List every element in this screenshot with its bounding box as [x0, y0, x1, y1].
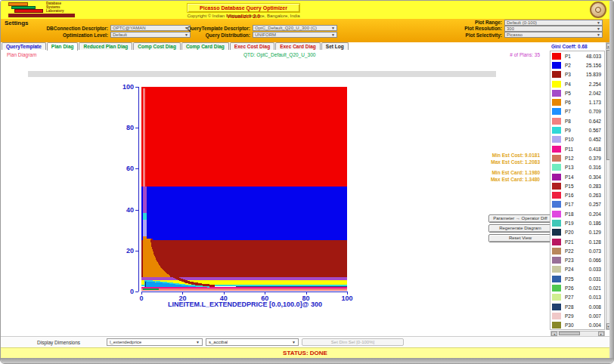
plan-list-item[interactable]: P52.042: [550, 88, 604, 97]
plan-list-item[interactable]: P280.008: [550, 302, 604, 311]
plan-region-P5[interactable]: [143, 187, 147, 213]
plan-color-swatch: [552, 127, 561, 134]
querydistribution-dropdown[interactable]: UNIFORM▼: [253, 32, 337, 38]
y-tick-label: 80: [119, 124, 134, 131]
plan-region-P11[interactable]: [141, 287, 347, 288]
plan-id: P1: [565, 54, 578, 59]
hscroll-thumb[interactable]: [559, 332, 580, 335]
plotresolution-dropdown[interactable]: 300▼: [504, 26, 603, 32]
plan-diagram-svg[interactable]: [141, 87, 347, 291]
tab-comp-card-diag[interactable]: Comp Card Diag: [181, 42, 229, 50]
plan-list-item[interactable]: P150.283: [550, 181, 604, 190]
plan-region-P10[interactable]: [143, 220, 147, 237]
plan-region-P8[interactable]: [143, 88, 145, 187]
plan-list-item[interactable]: P140.304: [550, 172, 604, 181]
plan-list-item[interactable]: P148.033: [550, 51, 604, 60]
plan-pct: 0.283: [578, 184, 604, 189]
plan-region-P26[interactable]: [143, 288, 158, 289]
querytemplate-dropdown[interactable]: OptC_Default_Q20_U_300 (C)▼: [253, 25, 337, 31]
tab-reduced-plan-diag[interactable]: Reduced Plan Diag: [79, 42, 132, 50]
plan-list-item[interactable]: P240.033: [550, 265, 604, 274]
est-cost-annotations: Min Est Cost: 9.0181 Max Est Cost: 1.208…: [457, 152, 540, 165]
dbconnection-field: DBConnection Descriptor: OPTC@YAMAN▼: [2, 25, 191, 31]
plan-pct: 0.452: [578, 137, 604, 142]
tab-plan-diag[interactable]: Plan Diag: [47, 42, 79, 51]
plan-id: P4: [565, 82, 578, 87]
gini-coeff-label: Gini Coeff: 0.68: [551, 44, 588, 49]
dimension-y-dropdown[interactable]: s_acctbal▼: [206, 338, 299, 346]
plan-region-P9[interactable]: [143, 213, 147, 219]
iisc-emblem-icon: [590, 2, 606, 18]
tab-comp-cost-diag[interactable]: Comp Cost Diag: [133, 42, 181, 50]
dimension-x-dropdown[interactable]: l_extendedprice▼: [107, 338, 203, 346]
plan-region-P2[interactable]: [141, 187, 347, 239]
status-bar: STATUS: DONE: [1, 347, 609, 358]
plan-list-item[interactable]: P160.263: [550, 190, 604, 199]
plan-list-item[interactable]: P180.204: [550, 209, 604, 218]
plan-list-item[interactable]: P100.452: [550, 135, 604, 144]
plan-list-item[interactable]: P170.257: [550, 200, 604, 209]
plan-color-swatch: [552, 201, 561, 208]
plan-pct: 0.257: [578, 202, 604, 207]
plan-id: P8: [565, 119, 578, 124]
plan-list-item[interactable]: P80.642: [550, 116, 604, 125]
y-tick: [135, 128, 138, 128]
plan-pct: 2.042: [578, 91, 604, 96]
set-dim-sel-button[interactable]: Set Dim Sel [0-100%]: [302, 338, 404, 346]
tab-exec-card-diag[interactable]: Exec Card Diag: [275, 42, 321, 50]
y-tick-label: 60: [119, 165, 134, 172]
optimization-dropdown[interactable]: Default▼: [110, 32, 191, 38]
plan-list-item[interactable]: P42.254: [550, 79, 604, 88]
plan-list-item[interactable]: P315.839: [550, 70, 604, 79]
plan-id: P28: [565, 304, 578, 310]
dbconnection-label: DBConnection Descriptor:: [2, 26, 110, 31]
plan-list-item[interactable]: P120.379: [550, 153, 604, 162]
plan-list-item[interactable]: P230.066: [550, 256, 604, 265]
plan-list-item[interactable]: P260.021: [550, 283, 604, 292]
plotselectivity-dropdown[interactable]: Picasso▼: [504, 32, 603, 38]
plan-list-item[interactable]: P110.418: [550, 144, 604, 153]
app-window: Database Systems Laboratory Picasso Data…: [0, 0, 614, 364]
tab-set-log[interactable]: Set Log: [321, 42, 349, 50]
plan-id: P23: [565, 258, 578, 263]
plan-region-P8[interactable]: [141, 288, 347, 291]
tab-exec-cost-diag[interactable]: Exec Cost Diag: [230, 42, 274, 50]
parameter-operator-diff-button[interactable]: Parameter → Operator Diff: [488, 214, 552, 223]
plan-color-swatch: [552, 192, 561, 199]
x-tick-label: 40: [216, 295, 231, 302]
plan-region-P3[interactable]: [141, 240, 347, 277]
tab-querytemplate[interactable]: QueryTemplate: [2, 42, 46, 50]
plan-list-item[interactable]: P190.186: [550, 218, 604, 227]
plan-list-item[interactable]: P210.128: [550, 237, 604, 246]
plan-list-item[interactable]: P61.173: [550, 97, 604, 106]
plan-list-item[interactable]: P250.031: [550, 274, 604, 283]
plan-color-swatch: [552, 62, 561, 69]
chevron-down-icon: ▼: [331, 26, 335, 30]
plan-region-P5[interactable]: [141, 277, 347, 280]
y-tick-label: 20: [119, 247, 134, 254]
plan-list-item[interactable]: P300.004: [550, 321, 604, 330]
plan-list-item[interactable]: P225.156: [550, 60, 604, 69]
regenerate-diagram-button[interactable]: Regenerate Diagram: [488, 224, 552, 233]
plan-list-item[interactable]: P220.073: [550, 246, 604, 255]
plan-region-P1[interactable]: [141, 87, 347, 187]
plan-list-item[interactable]: P90.567: [550, 125, 604, 134]
plan-list-item[interactable]: P290.007: [550, 311, 604, 320]
max-est-cost: Max Est Cost: 1.2083: [457, 159, 540, 165]
scroll-right-icon[interactable]: ►: [598, 332, 604, 336]
plan-list-item[interactable]: P270.013: [550, 293, 604, 302]
plotrange-dropdown[interactable]: Default (0-100)▼: [504, 20, 603, 26]
x-axis-label: LINEITEM.L_EXTENDEDPRICE [0.0,100.0]@ 30…: [142, 301, 348, 308]
plan-list-item[interactable]: P130.316: [550, 163, 604, 172]
scroll-left-icon[interactable]: ◄: [551, 332, 557, 336]
plan-region-P20[interactable]: [145, 282, 146, 287]
logo-text: Database Systems Laboratory: [46, 2, 88, 13]
header-bar: Database Systems Laboratory Picasso Data…: [1, 1, 609, 19]
window-right-edge: [609, 1, 614, 358]
dsl-logo: Database Systems Laboratory: [5, 2, 88, 18]
plan-region-P28[interactable]: [236, 286, 347, 287]
reset-view-button[interactable]: Reset View: [488, 234, 552, 242]
plan-list-item[interactable]: P70.709: [550, 107, 604, 116]
plan-list-item[interactable]: P200.129: [550, 228, 604, 237]
dbconnection-dropdown[interactable]: OPTC@YAMAN▼: [110, 25, 191, 31]
